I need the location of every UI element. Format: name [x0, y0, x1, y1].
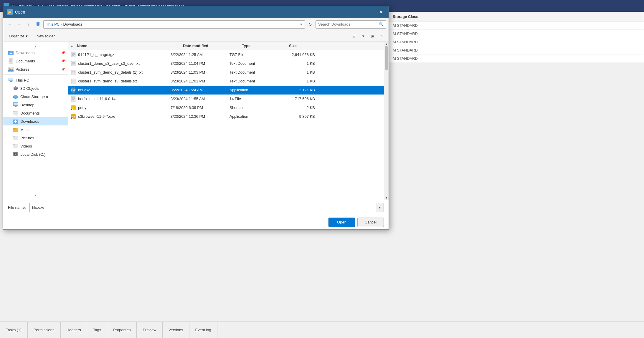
- nav-documents-label: Documents: [20, 111, 65, 115]
- dialog-close-button[interactable]: ✕: [377, 8, 385, 16]
- file-row[interactable]: cluster1_svm_demo_s3_details (1).txt 3/2…: [68, 68, 384, 77]
- svg-rect-11: [9, 78, 13, 81]
- open-button[interactable]: Open: [328, 218, 355, 227]
- nav-documents-icon: [13, 110, 19, 116]
- scroll-thumb[interactable]: [385, 46, 388, 70]
- filename-label: File name:: [8, 205, 26, 210]
- nav-item-pictures[interactable]: Pictures: [3, 134, 68, 142]
- file-rows: 9141P1_q_image.tgz 3/22/2024 1:25 AM TGZ…: [68, 50, 384, 200]
- file-type-3: Text Document: [229, 79, 277, 83]
- scroll-up-arrow[interactable]: ▲: [384, 42, 389, 46]
- new-folder-button[interactable]: New folder: [33, 32, 58, 40]
- breadcrumb-bar: This PC › Downloads ▾: [43, 20, 305, 29]
- filename-input[interactable]: [29, 203, 372, 212]
- nav-downloads-quick-icon: [8, 50, 14, 56]
- file-size-1: 1 KB: [277, 61, 315, 66]
- nav-item-cloud-storage[interactable]: Cloud Storage o: [3, 92, 68, 101]
- file-list-scrollbar[interactable]: ▲ ▼: [384, 42, 389, 200]
- pin-icon-downloads: 📌: [61, 51, 65, 55]
- refresh-button[interactable]: ↻: [306, 20, 314, 29]
- svg-point-9: [9, 68, 11, 69]
- file-row[interactable]: 9141P1_q_image.tgz 3/22/2024 1:25 AM TGZ…: [68, 50, 384, 59]
- file-type-5: 14 File: [229, 97, 277, 101]
- file-size-5: 717,506 KB: [277, 97, 315, 101]
- svg-rect-39: [71, 52, 75, 57]
- file-size-4: 2,121 KB: [277, 88, 315, 92]
- scroll-down[interactable]: ▼: [3, 193, 68, 198]
- nav-pictures-icon: [13, 135, 19, 141]
- nav-cloud-icon: [13, 94, 19, 100]
- taskbar-tab-preview[interactable]: Preview: [137, 322, 162, 338]
- nav-item-this-pc[interactable]: This PC: [3, 76, 68, 84]
- nav-local-disk-label: Local Disk (C:): [20, 152, 65, 157]
- file-type-7: Application: [229, 114, 277, 119]
- nav-item-pictures-quick[interactable]: Pictures 📌: [3, 65, 68, 73]
- organize-button[interactable]: Organize ▾: [6, 32, 31, 40]
- file-row[interactable]: S3 s3browser-11-6-7.exe 3/23/2024 12:36 …: [68, 112, 384, 121]
- file-cell-name: cluster1_svm_demo_s3_details (1).txt: [70, 69, 171, 75]
- file-row[interactable]: P putty 7/18/2020 6:39 PM Shortcut 2 KB: [68, 103, 384, 112]
- file-row-hfs[interactable]: EXE hfs.exe 3/22/2024 1:24 AM Applicatio…: [68, 86, 384, 95]
- breadcrumb-this-pc[interactable]: This PC: [46, 22, 60, 26]
- nav-downloads-label: Downloads: [20, 119, 65, 124]
- view-dropdown-button[interactable]: ▾: [359, 32, 367, 40]
- breadcrumb-dropdown[interactable]: ▾: [300, 22, 302, 26]
- recent-locations-button[interactable]: [34, 20, 42, 29]
- taskbar-tab-properties[interactable]: Properties: [107, 322, 137, 338]
- col-header-type[interactable]: Type: [241, 44, 288, 48]
- svg-rect-30: [13, 128, 16, 129]
- preview-pane-button[interactable]: ▣: [369, 32, 377, 40]
- sort-arrow: ▲: [70, 44, 73, 47]
- nav-item-3d-objects[interactable]: 3D Objects: [3, 84, 68, 92]
- forward-button[interactable]: →: [15, 20, 23, 29]
- pin-icon-pictures: 📌: [61, 67, 65, 71]
- file-row[interactable]: cluster1_demo_s3_user_s3_user.txt 3/23/2…: [68, 59, 384, 68]
- view-button[interactable]: ⊞: [350, 32, 358, 40]
- taskbar-tab-permissions[interactable]: Permissions: [28, 322, 61, 338]
- storage-class-row: M STANDARD: [388, 54, 644, 63]
- filename-dropdown-button[interactable]: ▾: [376, 203, 384, 212]
- scroll-track[interactable]: [384, 46, 389, 195]
- col-header-date[interactable]: Date modified: [182, 44, 241, 48]
- nav-item-music[interactable]: Music: [3, 125, 68, 134]
- help-button[interactable]: ?: [378, 32, 386, 40]
- file-icon-txt2: [70, 69, 76, 75]
- search-input[interactable]: [318, 22, 378, 26]
- taskbar-tab-versions[interactable]: Versions: [163, 322, 189, 338]
- svg-point-38: [15, 154, 16, 155]
- taskbar-tab-headers[interactable]: Headers: [61, 322, 87, 338]
- column-headers: ▲ Name Date modified Type Size: [68, 42, 384, 50]
- file-date-5: 3/23/2024 11:55 AM: [171, 97, 229, 101]
- nav-item-downloads[interactable]: Downloads: [3, 117, 68, 125]
- file-icon-txt3: [70, 78, 76, 84]
- nav-item-documents-quick[interactable]: Documents 📌: [3, 57, 68, 65]
- nav-item-local-disk[interactable]: Local Disk (C:): [3, 150, 68, 158]
- scroll-up[interactable]: ▲: [3, 44, 68, 49]
- file-date-7: 3/23/2024 12:36 PM: [171, 114, 229, 119]
- svg-rect-43: [71, 61, 75, 66]
- taskbar-tab-tasks[interactable]: Tasks (1): [0, 322, 28, 338]
- col-header-name[interactable]: Name: [76, 44, 182, 48]
- taskbar-tab-eventlog[interactable]: Event log: [189, 322, 217, 338]
- up-button[interactable]: ↑: [24, 20, 33, 29]
- nav-documents-quick-icon: [8, 58, 14, 64]
- file-row[interactable]: cluster1_svm_demo_s3_details.txt 3/23/20…: [68, 77, 384, 86]
- col-header-size[interactable]: Size: [288, 44, 326, 48]
- svg-marker-0: [37, 22, 39, 26]
- nav-item-documents[interactable]: Documents: [3, 109, 68, 117]
- file-row[interactable]: hotfix-install-11.6.0.14 3/23/2024 11:55…: [68, 95, 384, 103]
- back-button[interactable]: ←: [6, 20, 14, 29]
- cancel-button[interactable]: Cancel: [357, 218, 384, 227]
- taskbar-tab-tags[interactable]: Tags: [87, 322, 107, 338]
- file-type-4: Application: [229, 88, 277, 92]
- file-icon-hotfix: [70, 96, 76, 102]
- nav-item-desktop[interactable]: Desktop: [3, 101, 68, 109]
- nav-item-downloads-quick[interactable]: Downloads 📌: [3, 49, 68, 57]
- scroll-down-arrow[interactable]: ▼: [384, 195, 389, 200]
- nav-item-videos[interactable]: Videos: [3, 142, 68, 150]
- search-button[interactable]: 🔍: [378, 21, 385, 28]
- file-type-6: Shortcut: [229, 105, 277, 110]
- file-icon-s3browser: S3: [70, 114, 76, 120]
- file-cell-name: cluster1_svm_demo_s3_details.txt: [70, 78, 171, 84]
- nav-pictures-label: Pictures: [20, 136, 65, 140]
